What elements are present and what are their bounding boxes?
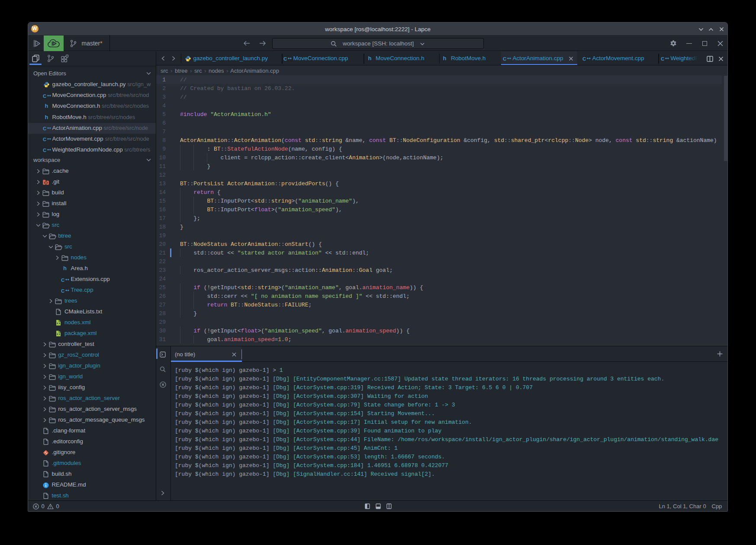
svg-text:C: C [661,56,664,61]
svg-text:C: C [61,288,64,293]
svg-text:C: C [43,148,46,153]
svg-text:C: C [503,56,506,61]
svg-text:C: C [582,56,586,61]
svg-text:C: C [43,126,46,131]
svg-text:C: C [43,93,46,98]
svg-text:C: C [43,137,46,142]
svg-text:C: C [283,56,287,61]
svg-text:C: C [61,277,64,282]
